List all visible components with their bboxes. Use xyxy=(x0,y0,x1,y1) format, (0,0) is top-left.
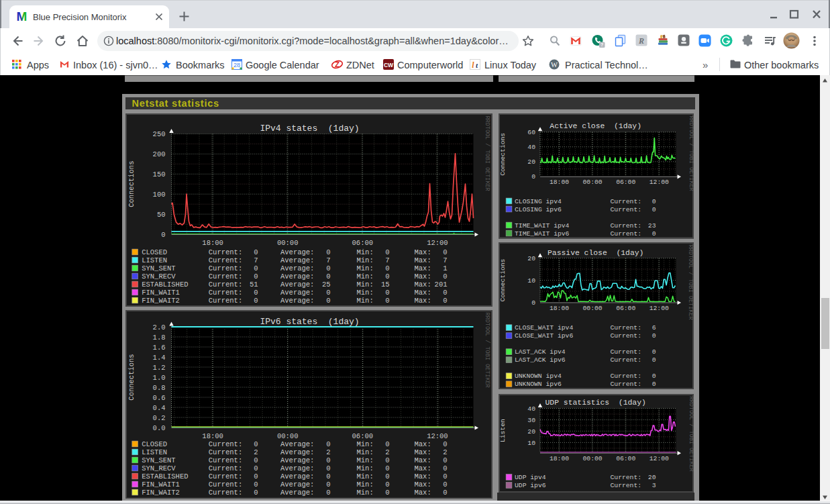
svg-text:Current:: Current: xyxy=(610,198,641,205)
svg-text:0: 0 xyxy=(443,440,447,448)
svg-text:0: 0 xyxy=(385,440,389,448)
svg-text:0: 0 xyxy=(326,289,330,297)
svg-text:Listen: Listen xyxy=(499,419,507,442)
svg-text:Min:: Min: xyxy=(356,472,373,481)
svg-text:0: 0 xyxy=(326,456,330,464)
svg-text:CLOSING ipv6: CLOSING ipv6 xyxy=(515,206,562,213)
svg-text:Average:: Average: xyxy=(280,448,314,456)
svg-text:Average:: Average: xyxy=(280,472,314,481)
svg-text:Average:: Average: xyxy=(280,464,314,472)
svg-text:Max:: Max: xyxy=(414,289,431,297)
svg-text:Max:: Max: xyxy=(414,281,431,289)
svg-text:40: 40 xyxy=(527,405,535,412)
svg-text:M: M xyxy=(17,11,27,21)
svg-text:Average:: Average: xyxy=(280,456,314,464)
svg-text:LAST_ACK ipv6: LAST_ACK ipv6 xyxy=(515,356,566,364)
svg-text:0: 0 xyxy=(443,481,447,489)
svg-text:Current:: Current: xyxy=(208,456,242,464)
svg-text:06:00: 06:00 xyxy=(352,432,373,440)
svg-text:0: 0 xyxy=(531,299,535,306)
svg-text:0: 0 xyxy=(326,440,330,448)
svg-text:Current:: Current: xyxy=(610,482,641,489)
svg-text:IPv4 states (1day): IPv4 states (1day) xyxy=(260,123,359,134)
svg-text:UDP statistics (1day): UDP statistics (1day) xyxy=(545,399,645,407)
svg-text:0: 0 xyxy=(254,289,258,297)
svg-text:Min:: Min: xyxy=(356,289,373,297)
svg-text:2: 2 xyxy=(385,448,389,456)
svg-text:CLOSING ipv4: CLOSING ipv4 xyxy=(515,198,562,205)
svg-text:0: 0 xyxy=(385,489,389,497)
svg-text:2: 2 xyxy=(443,448,447,456)
svg-text:12:00: 12:00 xyxy=(427,239,448,247)
svg-text:Connections: Connections xyxy=(127,354,136,400)
svg-text:LISTEN: LISTEN xyxy=(142,256,167,264)
svg-text:25: 25 xyxy=(321,281,330,289)
svg-text:ESTABLISHED: ESTABLISHED xyxy=(142,472,188,481)
svg-text:0: 0 xyxy=(254,481,258,489)
svg-text:0: 0 xyxy=(652,372,656,380)
svg-text:20: 20 xyxy=(527,158,535,166)
svg-text:Current:: Current: xyxy=(208,489,242,497)
svg-text:0: 0 xyxy=(385,289,389,297)
svg-text:12:00: 12:00 xyxy=(649,455,668,462)
svg-text:0: 0 xyxy=(254,297,258,305)
svg-text:Z: Z xyxy=(335,60,340,68)
svg-text:150: 150 xyxy=(152,170,165,179)
svg-text:Current:: Current: xyxy=(208,264,242,272)
svg-text:20: 20 xyxy=(527,255,535,262)
svg-text:Average:: Average: xyxy=(280,289,314,297)
svg-text:1.0: 1.0 xyxy=(152,373,165,381)
svg-text:UNKNOWN ipv6: UNKNOWN ipv6 xyxy=(515,381,562,388)
svg-text:Current:: Current: xyxy=(610,381,641,388)
svg-text:1.4: 1.4 xyxy=(152,353,165,361)
svg-text:18:00: 18:00 xyxy=(202,239,223,247)
svg-text:1.2: 1.2 xyxy=(152,363,165,371)
svg-text:FIN_WAIT1: FIN_WAIT1 xyxy=(142,289,180,297)
svg-text:RRDTOOL / TOBI OETIKER: RRDTOOL / TOBI OETIKER xyxy=(687,396,694,471)
svg-text:0.6: 0.6 xyxy=(152,393,165,401)
svg-text:7: 7 xyxy=(326,256,330,264)
svg-text:LISTEN: LISTEN xyxy=(142,448,167,456)
svg-text:FIN_WAIT1: FIN_WAIT1 xyxy=(142,481,180,489)
svg-text:0: 0 xyxy=(652,348,656,356)
svg-text:RRDTOOL / TOBI OETIKER: RRDTOOL / TOBI OETIKER xyxy=(483,312,490,387)
svg-text:0: 0 xyxy=(254,456,258,464)
svg-text:Current:: Current: xyxy=(610,222,641,230)
svg-text:Average:: Average: xyxy=(280,248,314,256)
svg-text:SYN_RECV: SYN_RECV xyxy=(142,272,176,281)
svg-text:Average:: Average: xyxy=(280,481,314,489)
svg-text:Max:: Max: xyxy=(414,264,431,272)
svg-text:0: 0 xyxy=(326,489,330,497)
svg-text:201: 201 xyxy=(434,281,447,289)
svg-text:00:00: 00:00 xyxy=(276,432,298,440)
svg-text:Average:: Average: xyxy=(280,440,314,448)
svg-text:0: 0 xyxy=(652,206,656,213)
svg-text:6: 6 xyxy=(652,324,656,332)
svg-text:0: 0 xyxy=(326,272,330,281)
svg-text:250: 250 xyxy=(152,130,165,138)
svg-text:0: 0 xyxy=(254,440,258,448)
svg-text:100: 100 xyxy=(152,191,165,199)
svg-text:Passive close (1day): Passive close (1day) xyxy=(548,249,643,257)
svg-text:0: 0 xyxy=(443,464,447,472)
svg-text:CLOSE_WAIT ipv6: CLOSE_WAIT ipv6 xyxy=(515,332,573,340)
svg-text:0: 0 xyxy=(443,456,447,464)
svg-text:00:00: 00:00 xyxy=(582,179,602,186)
svg-text:30: 30 xyxy=(527,416,535,423)
svg-text:20: 20 xyxy=(647,474,656,481)
svg-text:RRDTOOL / TOBI OETIKER: RRDTOOL / TOBI OETIKER xyxy=(687,116,694,191)
svg-text:Current:: Current: xyxy=(208,281,242,289)
svg-text:1.6: 1.6 xyxy=(152,343,165,351)
svg-text:0: 0 xyxy=(254,272,258,281)
svg-text:0: 0 xyxy=(254,464,258,472)
svg-text:Current:: Current: xyxy=(208,289,242,297)
svg-text:Connections: Connections xyxy=(499,133,507,176)
svg-text:Current:: Current: xyxy=(208,297,242,305)
svg-text:06:00: 06:00 xyxy=(352,239,373,247)
svg-text:IPv6 states (1day): IPv6 states (1day) xyxy=(260,316,359,326)
svg-text:0: 0 xyxy=(326,297,330,305)
svg-text:18:00: 18:00 xyxy=(202,432,223,440)
svg-text:0: 0 xyxy=(161,231,165,239)
svg-text:0: 0 xyxy=(443,289,447,297)
svg-text:W: W xyxy=(551,61,558,68)
